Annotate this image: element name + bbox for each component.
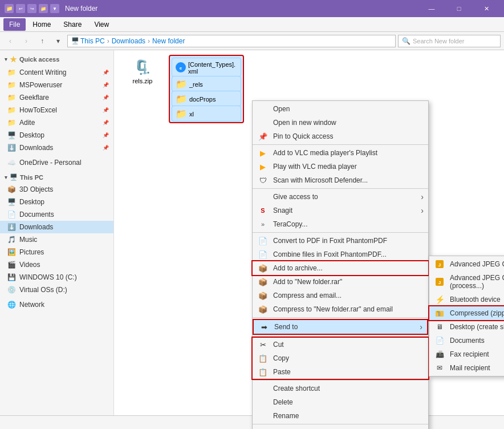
ctx-open[interactable]: Open xyxy=(253,102,428,116)
ctx-sep4 xyxy=(253,317,428,318)
ctx-paste[interactable]: 📋 Paste xyxy=(253,365,428,379)
bluetooth-icon: ⚡ xyxy=(435,295,444,304)
ctx-label-paste: Paste xyxy=(273,368,291,376)
file-content-types-xml[interactable]: e [Content_Types].xml xyxy=(172,58,241,76)
file-rels-folder[interactable]: 📁 _rels xyxy=(172,76,241,91)
copy-icon: 📋 xyxy=(258,354,267,363)
sidebar-item-desktop[interactable]: 🖥️ Desktop xyxy=(0,196,113,208)
file-rels-zip[interactable]: 🗜️ rels.zip xyxy=(120,56,165,122)
rar-icon: 📦 xyxy=(258,277,267,286)
tab-home[interactable]: Home xyxy=(27,18,56,31)
snagit-icon: S xyxy=(258,206,267,215)
sidebar-item-mspoweruser[interactable]: 📁 MSPoweruser 📌 xyxy=(0,79,113,91)
ctx-teracopy[interactable]: » TeraCopy... xyxy=(253,217,428,231)
ctx-label-give-access: Give access to xyxy=(273,193,318,201)
sidebar-label-adite: Adite xyxy=(19,119,99,127)
file-name-content-types: [Content_Types].xml xyxy=(188,61,237,75)
sidebar-item-videos[interactable]: 🎬 Videos xyxy=(0,258,113,271)
ctx-copy[interactable]: 📋 Copy xyxy=(253,351,428,365)
file-name-rels: _rels xyxy=(189,81,203,88)
music-icon: 🎵 xyxy=(7,235,16,244)
sidebar-item-pictures[interactable]: 🖼️ Pictures xyxy=(0,246,113,258)
sendto-jpeg-open[interactable]: J Advanced JPEG Compressor (open) xyxy=(429,257,504,271)
sidebar-item-documents[interactable]: 📄 Documents xyxy=(0,208,113,221)
maximize-button[interactable]: □ xyxy=(446,0,472,17)
file-xl-folder[interactable]: 📁 xl xyxy=(172,106,241,121)
sendto-jpeg-process[interactable]: J Advanced JPEG Compressor (process...) xyxy=(429,271,504,293)
ctx-properties[interactable]: Properties xyxy=(253,426,428,429)
file-docprops-folder[interactable]: 📁 docProps xyxy=(172,91,241,106)
sidebar-label-windows-c: WINDOWS 10 (C:) xyxy=(19,273,109,281)
sendto-fax[interactable]: 📠 Fax recipient xyxy=(429,347,504,361)
up-button[interactable]: ↑ xyxy=(35,34,49,48)
ctx-snagit[interactable]: S Snagit xyxy=(253,204,428,217)
ctx-pin-quick-access[interactable]: 📌 Pin to Quick access xyxy=(253,129,428,143)
ctx-compress-email[interactable]: 📦 Compress and email... xyxy=(253,289,428,302)
sendto-desktop[interactable]: 🖥 Desktop (create shortcut) xyxy=(429,320,504,334)
ctx-label-add-rar: Add to "New folder.rar" xyxy=(273,278,342,286)
minimize-button[interactable]: — xyxy=(418,0,445,17)
ctx-cut[interactable]: ✂ Cut xyxy=(253,338,428,351)
ctx-send-to[interactable]: ➡ Send to xyxy=(253,319,428,335)
mail-icon: ✉ xyxy=(435,363,444,373)
sidebar-item-content-writing[interactable]: 📁 Content Writing 📌 xyxy=(0,66,113,79)
sidebar-label-downloads-quick: Downloads xyxy=(19,144,99,152)
ctx-give-access[interactable]: Give access to xyxy=(253,190,428,204)
ctx-defender[interactable]: 🛡 Scan with Microsoft Defender... xyxy=(253,173,428,187)
ctx-vlc-play[interactable]: ▶ Play with VLC media player xyxy=(253,160,428,173)
folder-docprops-icon: 📁 xyxy=(176,93,187,104)
breadcrumb-newfolder[interactable]: New folder xyxy=(152,37,185,45)
sidebar-label-howtoexcel: HowToExcel xyxy=(19,106,99,114)
sidebar-item-downloads[interactable]: ⬇️ Downloads xyxy=(0,221,113,233)
sendto-bluetooth[interactable]: ⚡ Bluetooth device xyxy=(429,293,504,306)
ctx-label-send-to: Send to xyxy=(274,323,298,331)
sidebar-item-adite[interactable]: 📁 Adite 📌 xyxy=(0,116,113,129)
ctx-convert-pdf[interactable]: 📄 Convert to PDF in Foxit PhantomPDF xyxy=(253,234,428,248)
ctx-delete[interactable]: Delete xyxy=(253,395,428,409)
sidebar-item-desktop-quick[interactable]: 🖥️ Desktop 📌 xyxy=(0,129,113,141)
ctx-label-rename: Rename xyxy=(273,412,299,420)
breadcrumb-thispc[interactable]: This PC xyxy=(80,37,105,45)
sidebar-item-network[interactable]: 🌐 Network xyxy=(0,298,113,311)
tab-share[interactable]: Share xyxy=(58,18,87,31)
recent-locations-button[interactable]: ▾ xyxy=(51,34,65,48)
ctx-add-rar[interactable]: 📦 Add to "New folder.rar" xyxy=(253,275,428,289)
folder-icon: 📁 xyxy=(7,118,16,127)
close-button[interactable]: ✕ xyxy=(473,0,499,17)
sendto-mail[interactable]: ✉ Mail recipient xyxy=(429,361,504,375)
ctx-open-new-window[interactable]: Open in new window xyxy=(253,116,428,129)
sidebar-item-onedrive[interactable]: ☁️ OneDrive - Personal xyxy=(0,156,113,169)
content-area: 🗜️ rels.zip e [Content_Types].xml xyxy=(114,50,504,429)
ctx-combine-foxit[interactable]: 📄 Combine files in Foxit PhantomPDF... xyxy=(253,248,428,261)
sidebar-item-virtual-d[interactable]: 💿 Virtual OSs (D:) xyxy=(0,284,113,296)
ctx-label-vlc-playlist: Add to VLC media player's Playlist xyxy=(273,149,377,157)
ctx-create-shortcut[interactable]: Create shortcut xyxy=(253,382,428,395)
ctx-rename[interactable]: Rename xyxy=(253,409,428,423)
ctx-compress-rar-email[interactable]: 📦 Compress to "New folder.rar" and email xyxy=(253,302,428,316)
documents-icon: 📄 xyxy=(7,210,16,219)
sendto-compressed-zip[interactable]: Compressed (zipped) folder xyxy=(429,306,504,320)
quick-access-header[interactable]: ▾ ★ Quick access xyxy=(0,52,113,66)
teracopy-icon: » xyxy=(258,220,267,229)
ctx-label-pin: Pin to Quick access xyxy=(273,132,333,140)
quick-access-icon2: ↪ xyxy=(27,4,36,13)
tab-view[interactable]: View xyxy=(88,18,115,31)
sendto-documents[interactable]: 📄 Documents xyxy=(429,334,504,347)
this-pc-header[interactable]: ▾ 🖥️ This PC xyxy=(0,171,113,183)
ctx-add-archive[interactable]: 📦 Add to archive... xyxy=(253,261,428,275)
sidebar-item-music[interactable]: 🎵 Music xyxy=(0,233,113,246)
sidebar-item-3d-objects[interactable]: 📦 3D Objects xyxy=(0,183,113,196)
quick-access-icon1: ↩ xyxy=(16,4,25,13)
sidebar-item-howtoexcel[interactable]: 📁 HowToExcel 📌 xyxy=(0,104,113,116)
ctx-sep5 xyxy=(253,336,428,337)
tab-file[interactable]: File xyxy=(3,18,26,31)
search-bar[interactable]: 🔍 Search New folder xyxy=(398,35,501,47)
ctx-vlc-playlist[interactable]: ▶ Add to VLC media player's Playlist xyxy=(253,146,428,160)
compress-email-icon: 📦 xyxy=(258,291,267,300)
sidebar-item-windows-c[interactable]: 💾 WINDOWS 10 (C:) xyxy=(0,271,113,284)
svg-text:J: J xyxy=(438,280,441,285)
documents-folder-icon: 📄 xyxy=(435,336,444,345)
breadcrumb-downloads[interactable]: Downloads xyxy=(112,37,145,45)
sidebar-item-geekflare[interactable]: 📁 Geekflare 📌 xyxy=(0,91,113,104)
sidebar-item-downloads-quick[interactable]: ⬇️ Downloads 📌 xyxy=(0,141,113,154)
